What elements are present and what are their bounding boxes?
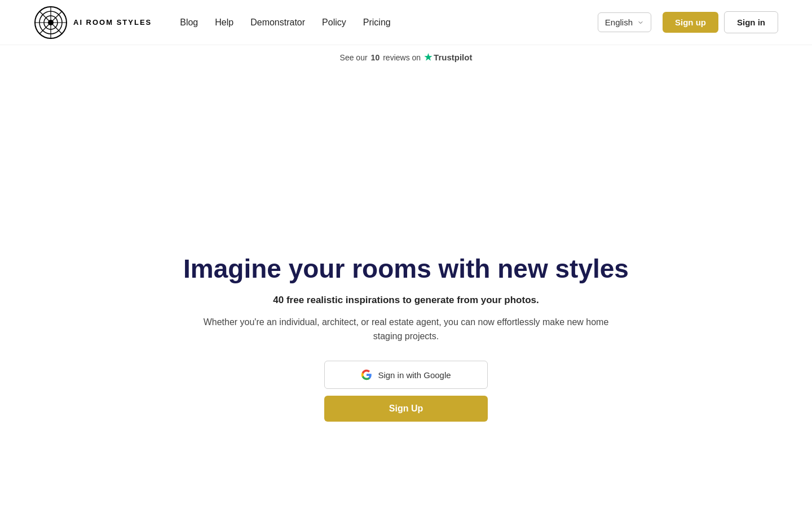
hero-subtitle: 40 free realistic inspirations to genera… <box>273 295 539 306</box>
nav-links: Blog Help Demonstrator Policy Pricing <box>180 17 390 28</box>
chevron-down-icon <box>637 19 644 26</box>
logo-link[interactable]: AI ROOM STYLES <box>34 6 152 40</box>
nav-pricing[interactable]: Pricing <box>363 17 391 28</box>
logo-icon <box>34 6 68 40</box>
signin-button[interactable]: Sign in <box>724 11 778 33</box>
cta-area: Sign in with Google Sign Up <box>324 361 488 428</box>
hero-signup-label: Sign Up <box>389 404 423 414</box>
trustpilot-logo: ★ Trustpilot <box>424 52 472 63</box>
trustpilot-text-before: See our <box>340 53 368 62</box>
trustpilot-brand: Trustpilot <box>434 52 472 62</box>
google-icon <box>361 369 372 380</box>
navbar: AI ROOM STYLES Blog Help Demonstrator Po… <box>0 0 812 45</box>
nav-help[interactable]: Help <box>215 17 233 28</box>
hero-description: Whether you're an individual, architect,… <box>203 315 609 344</box>
brand-name: AI ROOM STYLES <box>73 18 152 27</box>
hero-section: Imagine your rooms with new styles 40 fr… <box>0 67 812 451</box>
google-signin-label: Sign in with Google <box>378 370 451 380</box>
nav-policy[interactable]: Policy <box>322 17 346 28</box>
language-label: English <box>605 17 633 27</box>
signup-button[interactable]: Sign up <box>663 12 718 33</box>
trustpilot-bar: See our 10 reviews on ★ Trustpilot <box>0 45 812 67</box>
hero-signup-button[interactable]: Sign Up <box>324 396 488 422</box>
trustpilot-text-after: reviews on <box>383 53 421 62</box>
trustpilot-star-icon: ★ <box>424 52 432 63</box>
language-selector[interactable]: English <box>598 12 651 32</box>
google-signin-button[interactable]: Sign in with Google <box>324 361 488 389</box>
nav-blog[interactable]: Blog <box>180 17 198 28</box>
trustpilot-count: 10 <box>371 53 380 62</box>
hero-title: Imagine your rooms with new styles <box>183 253 629 284</box>
nav-demonstrator[interactable]: Demonstrator <box>250 17 305 28</box>
